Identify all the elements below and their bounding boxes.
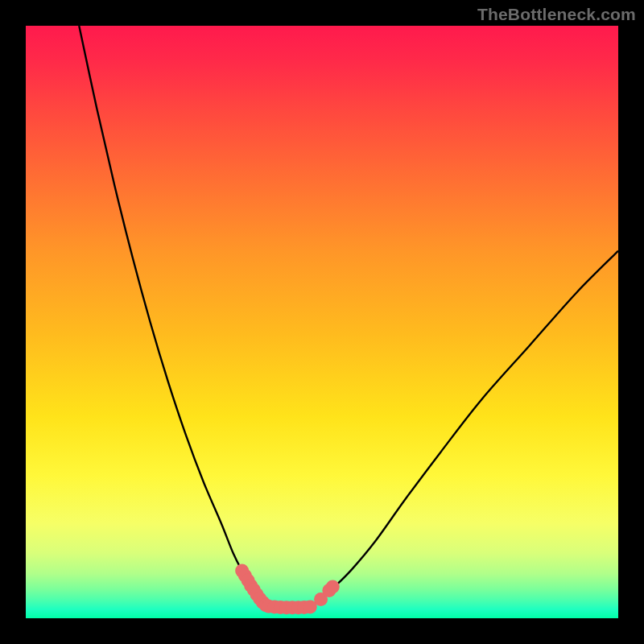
bottleneck-curve xyxy=(79,26,618,608)
curve-right-curve xyxy=(316,251,618,603)
chart-frame: TheBottleneck.com xyxy=(0,0,644,644)
data-markers xyxy=(235,564,340,615)
curve-left-curve xyxy=(79,26,266,605)
curve-layer xyxy=(26,26,618,618)
marker-right-pair xyxy=(326,580,340,593)
watermark-text: TheBottleneck.com xyxy=(477,5,636,24)
plot-area xyxy=(26,26,618,618)
